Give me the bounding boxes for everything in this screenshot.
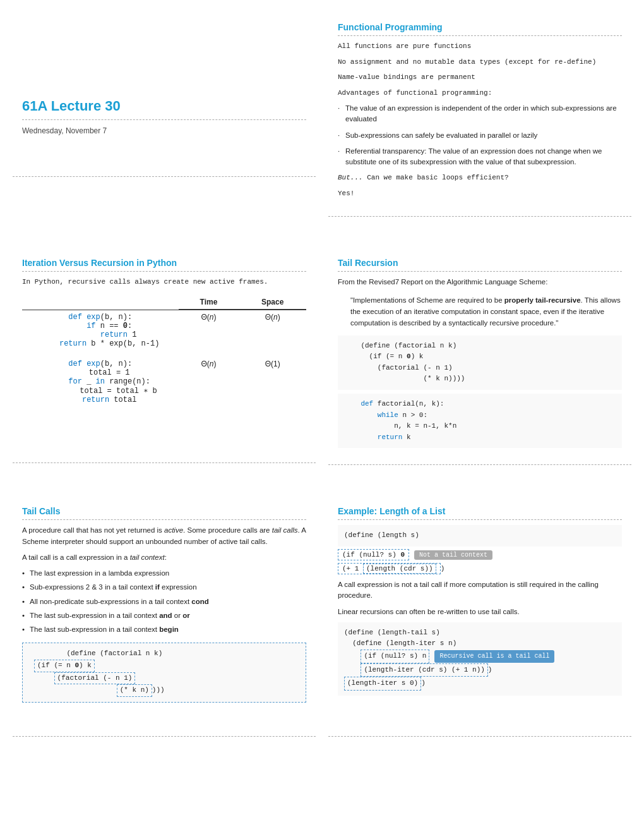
fp-item-2: No assignment and no mutable data types …	[338, 57, 622, 68]
tail-calls-intro2: A tail call is a call expression in a ta…	[22, 552, 306, 563]
fp-footer: But... Can we make basic loops efficient…	[338, 172, 622, 183]
tail-calls-bullet-2: Sub-expressions 2 & 3 in a tail context …	[22, 582, 306, 593]
tail-calls-bullet-3: All non-predicate sub-expressions in a t…	[22, 596, 306, 607]
tail-recursion-scheme: (define (factorial n k) (if (= n 0) k (f…	[338, 335, 622, 390]
code1: def exp(b, n): if n == 0: return 1 retur…	[22, 310, 179, 351]
tail-recursion-title: Tail Recursion	[338, 258, 622, 272]
length-desc1: A call expression is not a tail call if …	[338, 579, 622, 601]
fp-item-1: All functions are pure functions	[338, 41, 622, 52]
fp-item-4: Advantages of functional programming:	[338, 88, 622, 99]
fp-bullet-3: Referential transparency: The value of a…	[338, 146, 622, 168]
col-time: Time	[179, 295, 239, 310]
fp-yes: Yes!	[338, 188, 622, 199]
tail-calls-list: The last expression in a lambda expressi…	[22, 568, 306, 635]
code2: def exp(b, n): total = 1 for _ in range(…	[22, 357, 179, 407]
space1: Θ(n)	[239, 310, 306, 351]
time2: Θ(n)	[179, 357, 239, 407]
fp-bullet-list: The value of an expression is independen…	[338, 103, 622, 167]
lecture-date: Wednesday, November 7	[22, 126, 306, 135]
tail-calls-intro1: A procedure call that has not yet return…	[22, 525, 306, 547]
page: 61A Lecture 30 Wednesday, November 7 Fun…	[0, 0, 644, 762]
fp-bullet-2: Sub-expressions can safely be evaluated …	[338, 130, 622, 141]
space2: Θ(1)	[239, 357, 306, 407]
iteration-title: Iteration Versus Recursion in Python	[22, 258, 306, 272]
length-if-row: (if (null? s) 0 Not a tail context	[338, 549, 622, 560]
length-code1: (define (length s)	[338, 525, 622, 547]
iteration-intro: In Python, recursive calls always create…	[22, 277, 306, 287]
lecture-title: 61A Lecture 30	[22, 98, 306, 114]
length-tail-code: (define (length-tail s) (define (length-…	[338, 622, 622, 696]
tail-recursion-intro-text: From the Revised7 Report on the Algorith…	[338, 278, 547, 286]
iteration-table: Time Space def exp(b, n): if n == 0: ret…	[22, 295, 306, 407]
not-tail-context-badge: Not a tail context	[414, 550, 492, 560]
tail-recursion-quote: "Implementations of Scheme are required …	[338, 294, 622, 329]
example-length-title: Example: Length of a List	[338, 506, 622, 520]
fp-footer-italic: But...	[338, 174, 363, 181]
functional-programming-title: Functional Programming	[338, 22, 622, 36]
tail-call-badge: Recursive call is a tail call	[434, 650, 554, 663]
fp-bullet-1: The value of an expression is independen…	[338, 103, 622, 125]
tail-calls-code: (define (factorial n k) (if (= n 0) k (f…	[22, 643, 306, 702]
tail-calls-bullet-1: The last expression in a lambda expressi…	[22, 568, 306, 579]
fp-footer-text: Can we make basic loops efficient?	[363, 174, 509, 181]
time1: Θ(n)	[179, 310, 239, 351]
tail-calls-title: Tail Calls	[22, 506, 306, 520]
tail-calls-bullet-4: The last sub-expression in a tail contex…	[22, 610, 306, 621]
tail-recursion-intro: From the Revised7 Report on the Algorith…	[338, 277, 622, 287]
tail-recursion-python: def factorial(n, k): while n > 0: n, k =…	[338, 394, 622, 448]
length-plus-row: (+ 1 (length (cdr s)) )	[338, 563, 622, 574]
col-space: Space	[239, 295, 306, 310]
tail-calls-bullet-5: The last sub-expression in a tail contex…	[22, 624, 306, 635]
length-desc2: Linear recursions can often be re-writte…	[338, 607, 622, 617]
fp-item-3: Name-value bindings are permanent	[338, 72, 622, 83]
